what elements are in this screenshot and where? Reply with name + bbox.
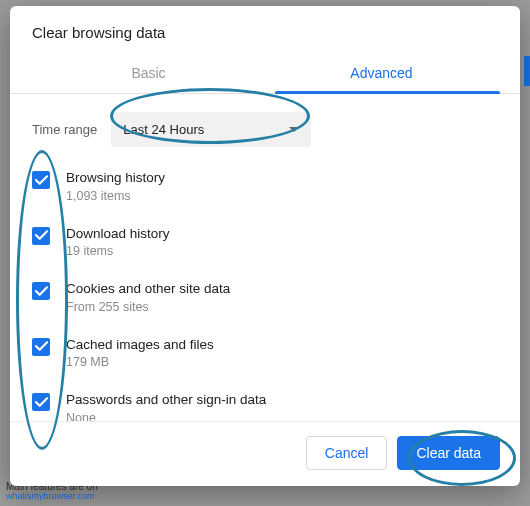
option-row: Cached images and files179 MB: [32, 336, 504, 370]
option-subtitle: 1,093 items: [66, 189, 165, 203]
option-title: Cached images and files: [66, 336, 214, 354]
option-row: Passwords and other sign-in dataNone: [32, 391, 504, 421]
clear-data-button[interactable]: Clear data: [397, 436, 500, 470]
dialog-title: Clear browsing data: [10, 6, 520, 55]
tab-advanced[interactable]: Advanced: [265, 55, 498, 93]
chevron-down-icon: [289, 127, 299, 132]
option-subtitle: None: [66, 411, 266, 421]
tab-bar: Basic Advanced: [10, 55, 520, 94]
checkbox[interactable]: [32, 282, 50, 300]
option-title: Cookies and other site data: [66, 280, 230, 298]
time-range-select[interactable]: Last 24 Hours: [111, 112, 311, 147]
cancel-button[interactable]: Cancel: [306, 436, 388, 470]
clear-browsing-data-dialog: Clear browsing data Basic Advanced Time …: [10, 6, 520, 486]
checkbox[interactable]: [32, 338, 50, 356]
option-title: Passwords and other sign-in data: [66, 391, 266, 409]
option-row: Download history19 items: [32, 225, 504, 259]
option-row: Cookies and other site dataFrom 255 site…: [32, 280, 504, 314]
option-row: Browsing history1,093 items: [32, 169, 504, 203]
checkbox[interactable]: [32, 227, 50, 245]
checkbox[interactable]: [32, 393, 50, 411]
checkbox[interactable]: [32, 171, 50, 189]
time-range-value: Last 24 Hours: [123, 122, 204, 137]
bg-site-link[interactable]: whatismybrowser.com: [6, 492, 98, 502]
option-subtitle: 19 items: [66, 244, 170, 258]
option-subtitle: From 255 sites: [66, 300, 230, 314]
check-icon: [35, 230, 48, 241]
check-icon: [35, 341, 48, 352]
option-title: Browsing history: [66, 169, 165, 187]
check-icon: [35, 397, 48, 408]
dialog-body: Time range Last 24 Hours Browsing histor…: [10, 94, 520, 421]
option-title: Download history: [66, 225, 170, 243]
check-icon: [35, 175, 48, 186]
check-icon: [35, 286, 48, 297]
dialog-footer: Cancel Clear data: [10, 421, 520, 486]
time-range-label: Time range: [32, 122, 97, 137]
tab-basic[interactable]: Basic: [32, 55, 265, 93]
option-subtitle: 179 MB: [66, 355, 214, 369]
